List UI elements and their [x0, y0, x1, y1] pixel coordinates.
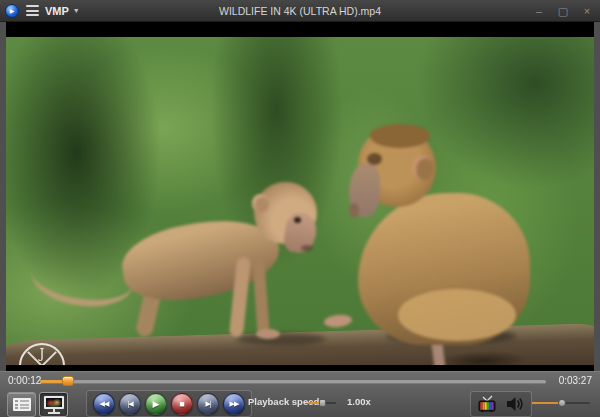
view-buttons: [7, 392, 68, 417]
monkey-right-nose: [349, 203, 359, 218]
window-title: WILDLIFE IN 4K (ULTRA HD).mp4: [0, 5, 600, 17]
video-view-button[interactable]: [39, 392, 68, 417]
video-display-area[interactable]: J K: [6, 22, 594, 371]
titlebar: ▶ VMP ▼ WILDLIFE IN 4K (ULTRA HD).mp4 – …: [0, 0, 600, 22]
monkey-right: [6, 37, 594, 365]
tv-icon: [477, 395, 497, 413]
maximize-button[interactable]: ▢: [556, 5, 570, 18]
chevron-down-icon[interactable]: ▼: [73, 7, 80, 14]
control-bar: 0:00:12 0:03:27: [0, 371, 600, 417]
total-time: 0:03:27: [559, 375, 592, 386]
watermark-letter-top: J: [21, 347, 63, 361]
rewind-button[interactable]: ◀◀: [93, 393, 115, 415]
stop-icon: ■: [179, 399, 184, 409]
player-window: ▶ VMP ▼ WILDLIFE IN 4K (ULTRA HD).mp4 – …: [0, 0, 600, 417]
next-icon: ▶|: [205, 400, 210, 408]
minimize-button[interactable]: –: [532, 5, 546, 17]
volume-thumb[interactable]: [558, 399, 566, 407]
playback-speed-slider[interactable]: [308, 402, 336, 404]
transport-controls: ◀◀ |◀ ▶ ■ ▶| ▶▶: [86, 390, 252, 417]
app-logo-icon: ▶: [5, 4, 19, 18]
playlist-icon: [13, 398, 31, 411]
output-buttons: [470, 391, 532, 417]
playlist-view-button[interactable]: [7, 392, 36, 417]
menu-icon[interactable]: [26, 5, 39, 16]
previous-button[interactable]: |◀: [119, 393, 141, 415]
watermark-logo: J K: [19, 343, 65, 365]
monkey-right-crown: [370, 124, 430, 148]
volume-slider[interactable]: [532, 402, 590, 404]
monkey-right-ear: [413, 156, 433, 180]
app-menu-button[interactable]: VMP: [45, 5, 69, 17]
mute-button[interactable]: [502, 393, 528, 415]
elapsed-time: 0:00:12: [8, 375, 41, 386]
play-icon: ▶: [153, 399, 160, 409]
previous-icon: |◀: [127, 400, 132, 408]
window-controls: – ▢ ×: [532, 0, 594, 22]
rewind-icon: ◀◀: [100, 400, 109, 408]
play-button[interactable]: ▶: [145, 393, 167, 415]
fast-forward-icon: ▶▶: [230, 400, 239, 408]
video-frame: J K: [6, 37, 594, 365]
next-button[interactable]: ▶|: [197, 393, 219, 415]
stop-button[interactable]: ■: [171, 393, 193, 415]
seek-bar[interactable]: [40, 380, 546, 383]
monkey-right-haunch: [398, 289, 516, 341]
seek-thumb[interactable]: [62, 376, 74, 386]
speaker-icon: [505, 396, 525, 412]
close-button[interactable]: ×: [580, 5, 594, 17]
monitor-icon: [44, 396, 64, 414]
monkey-right-hand: [323, 314, 352, 329]
monkey-right-eye: [367, 153, 382, 165]
playback-speed-thumb[interactable]: [319, 399, 326, 407]
playback-speed-value: 1.00x: [347, 396, 371, 407]
fast-forward-button[interactable]: ▶▶: [223, 393, 245, 415]
tv-mode-button[interactable]: [474, 393, 500, 415]
